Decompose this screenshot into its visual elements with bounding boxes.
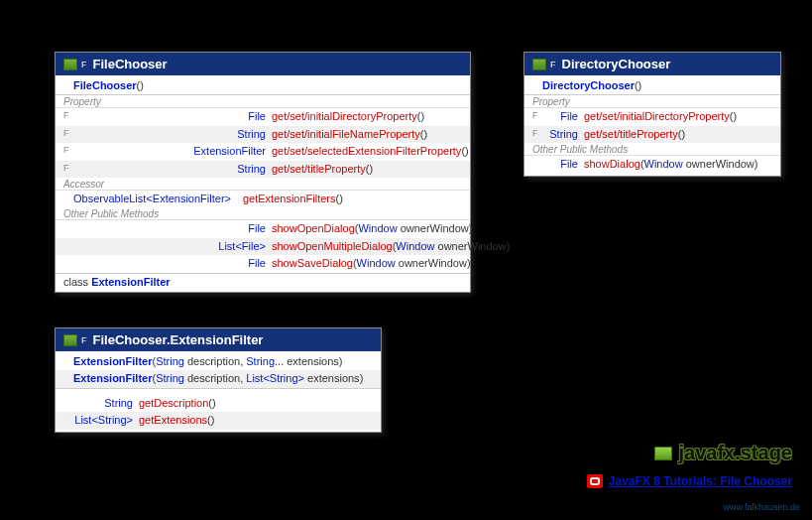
constructor-row: DirectoryChooser (): [524, 77, 780, 94]
constructor-row: ExtensionFilter (String description, Lis…: [56, 370, 381, 387]
return-type: File: [73, 109, 272, 124]
class-filechooser: F FileChooser FileChooser () Property F …: [55, 52, 471, 293]
oracle-icon: [587, 474, 603, 488]
return-type: List<File>: [73, 239, 272, 254]
property-row: F String get/set/titleProperty (): [56, 161, 470, 178]
property-row: F String get/set/initialFileNameProperty…: [56, 126, 470, 143]
credit-text: www.falkhausen.de: [723, 502, 800, 512]
method-row: File showSaveDialog (Window ownerWindow): [56, 255, 470, 272]
class-header: F FileChooser: [56, 53, 470, 75]
method-name: get/set/initialDirectoryProperty: [272, 109, 417, 124]
final-marker: F: [532, 109, 542, 124]
class-title: FileChooser: [93, 57, 168, 71]
return-type: String: [73, 127, 272, 142]
method-name: get/set/titleProperty: [272, 162, 366, 177]
property-row: F ExtensionFilter get/set/selectedExtens…: [56, 143, 470, 160]
class-title: DirectoryChooser: [562, 57, 671, 71]
constructor-params: (): [137, 78, 144, 93]
return-type: ExtensionFilter: [73, 144, 272, 159]
class-title: FileChooser.ExtensionFilter: [93, 332, 264, 347]
constructor-row: FileChooser (): [56, 77, 470, 94]
method-name: getExtensions: [139, 413, 207, 428]
class-body: DirectoryChooser () Property F File get/…: [524, 75, 780, 176]
property-row: F String get/set/titleProperty (): [524, 126, 780, 143]
method-name: get/set/selectedExtensionFilterProperty: [272, 144, 461, 159]
class-body: ExtensionFilter (String description, Str…: [56, 351, 381, 432]
method-row: String getDescription (): [56, 395, 381, 412]
constructor-name: FileChooser: [73, 78, 137, 93]
class-extensionfilter: F FileChooser.ExtensionFilter ExtensionF…: [55, 327, 382, 433]
section-other: Other Public Methods: [56, 207, 470, 220]
method-name: get/set/initialDirectoryProperty: [584, 109, 730, 124]
return-type: File: [542, 157, 584, 172]
method-row: List<String> getExtensions (): [56, 412, 381, 429]
class-body: FileChooser () Property F File get/set/i…: [56, 75, 470, 292]
class-keyword: class: [63, 276, 91, 288]
class-header: F DirectoryChooser: [524, 53, 780, 75]
accessor-row: ObservableList<ExtensionFilter> getExten…: [56, 191, 470, 207]
class-directorychooser: F DirectoryChooser DirectoryChooser () P…: [523, 52, 781, 177]
constructor-row: ExtensionFilter (String description, Str…: [56, 353, 381, 370]
method-name: getExtensionFilters: [243, 192, 336, 206]
final-marker: F: [81, 60, 87, 69]
section-property: Property: [56, 95, 470, 108]
final-marker: F: [81, 335, 87, 345]
return-type: File: [73, 256, 272, 271]
return-type: File: [542, 109, 584, 124]
final-marker: F: [63, 109, 73, 124]
return-type: String: [73, 396, 139, 411]
method-row: File showOpenDialog (Window ownerWindow): [56, 220, 470, 237]
package-title: javafx.stage: [587, 442, 792, 464]
section-property: Property: [524, 95, 780, 108]
package-icon: [654, 447, 672, 460]
package-name: javafx.stage: [678, 442, 792, 464]
final-marker: F: [63, 144, 73, 159]
method-name: showOpenDialog: [272, 221, 355, 236]
method-name: getDescription: [139, 396, 208, 411]
tutorial-link-row: JavaFX 8 Tutorials: File Chooser: [587, 474, 792, 488]
constructor-name: ExtensionFilter: [73, 354, 152, 369]
property-row: F File get/set/initialDirectoryProperty …: [56, 108, 470, 125]
property-row: F File get/set/initialDirectoryProperty …: [524, 108, 780, 125]
method-name: get/set/titleProperty: [584, 127, 678, 142]
return-type: List<String>: [73, 413, 139, 428]
return-type: File: [73, 221, 272, 236]
class-icon: [63, 334, 77, 346]
inner-class-name: ExtensionFilter: [91, 276, 170, 288]
class-icon: [63, 59, 77, 70]
constructor-name: ExtensionFilter: [73, 371, 152, 386]
method-name: showDialog: [584, 157, 640, 172]
footer: javafx.stage JavaFX 8 Tutorials: File Ch…: [587, 442, 792, 488]
tutorial-link[interactable]: JavaFX 8 Tutorials: File Chooser: [609, 474, 792, 488]
method-name: showOpenMultipleDialog: [272, 239, 393, 254]
class-icon: [532, 59, 546, 70]
final-marker: F: [532, 127, 542, 142]
method-row: File showDialog (Window ownerWindow): [524, 156, 780, 173]
return-type: ObservableList<ExtensionFilter>: [73, 192, 237, 206]
inner-class-row: class ExtensionFilter: [56, 274, 470, 290]
section-accessor: Accessor: [56, 178, 470, 191]
method-name: showSaveDialog: [272, 256, 353, 271]
method-row: List<File> showOpenMultipleDialog (Windo…: [56, 238, 470, 255]
final-marker: F: [550, 60, 556, 69]
section-other: Other Public Methods: [524, 143, 780, 156]
return-type: String: [542, 127, 584, 142]
method-name: get/set/initialFileNameProperty: [272, 127, 420, 142]
return-type: String: [73, 162, 272, 177]
final-marker: F: [63, 162, 73, 177]
final-marker: F: [63, 127, 73, 142]
class-header: F FileChooser.ExtensionFilter: [56, 328, 381, 351]
constructor-name: DirectoryChooser: [542, 78, 635, 93]
